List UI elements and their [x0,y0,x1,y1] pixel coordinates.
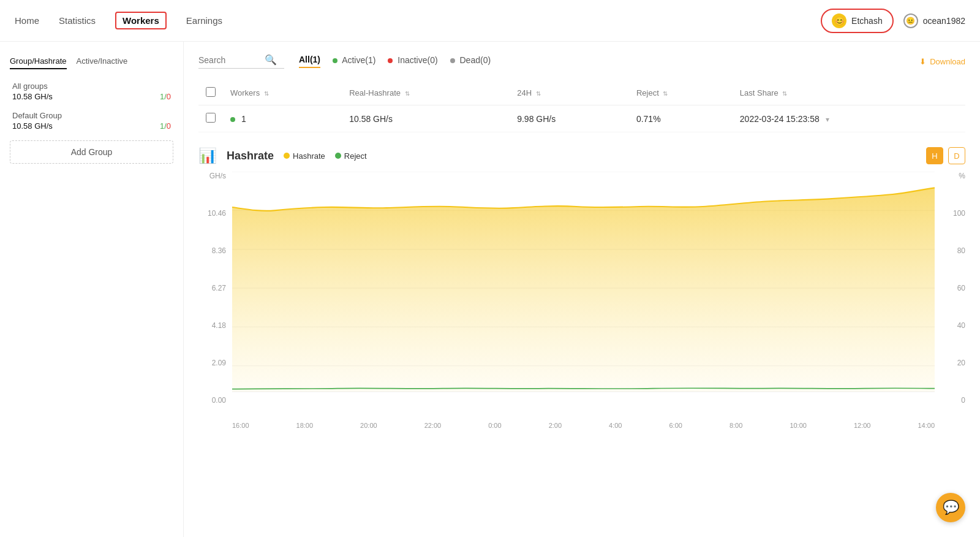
hashrate-legend-dot [284,153,290,159]
x-label-16: 16:00 [232,422,249,429]
x-label-6: 6:00 [669,422,682,429]
pool-icon: 😊 [832,13,846,28]
sidebar: Group/Hashrate Active/Inactive All group… [0,42,184,537]
search-icon: 🔍 [265,54,277,66]
user-menu[interactable]: 😐 ocean1982 [903,13,965,28]
sort-last-share-icon[interactable]: ⇅ [782,90,787,97]
y-label-0-00: 0.00 [198,396,226,405]
user-icon: 😐 [903,13,918,28]
legend-hashrate: Hashrate [284,151,325,161]
24h-cell: 9.98 GH/s [510,105,629,132]
period-day-button[interactable]: D [948,147,965,164]
active-dot [333,58,337,63]
pool-label: Etchash [851,16,883,26]
filter-tab-inactive[interactable]: Inactive(0) [388,55,437,67]
filter-tab-all[interactable]: All(1) [299,55,320,68]
chart-section: 📊 Hashrate Hashrate Reject H D [198,147,965,429]
group-default-ratio: 1/0 [160,121,171,131]
chart-wrapper: GH/s 10.46 8.36 6.27 4.18 2.09 0.00 % 10… [198,172,965,429]
x-label-22: 22:00 [424,422,442,429]
real-hashrate-cell: 10.58 GH/s [342,105,510,132]
select-all-checkbox[interactable] [206,87,216,97]
chart-title: Hashrate [227,150,274,162]
x-label-10: 10:00 [790,422,807,429]
chat-button[interactable]: 💬 [936,493,965,522]
nav-home[interactable]: Home [15,13,39,28]
sort-hashrate-icon[interactable]: ⇅ [405,90,410,97]
group-default[interactable]: Default Group 10.58 GH/s 1/0 [10,111,173,131]
main-layout: Group/Hashrate Active/Inactive All group… [0,42,980,537]
row-checkbox[interactable] [206,113,216,123]
pool-selector[interactable]: 😊 Etchash [821,9,894,33]
workers-table: Workers ⇅ Real-Hashrate ⇅ 24H ⇅ Reject ⇅ [198,81,965,132]
x-label-4: 4:00 [609,422,622,429]
nav-workers[interactable]: Workers [115,12,167,29]
user-label: ocean1982 [923,16,965,26]
row-expand-icon[interactable]: ▾ [826,115,829,124]
x-label-18: 18:00 [296,422,314,429]
y-unit-right: % [941,172,965,180]
worker-name-cell: 1 [223,105,342,132]
y-axis-left: GH/s 10.46 8.36 6.27 4.18 2.09 0.00 [198,172,229,405]
col-workers: Workers ⇅ [223,81,342,105]
y-label-4-18: 4.18 [198,321,226,330]
y-axis-right: % 100 80 60 40 20 0 [941,172,965,405]
last-share-cell: 2022-03-24 15:23:58 ▾ [733,105,965,132]
col-last-share: Last Share ⇅ [733,81,965,105]
nav-links: Home Statistics Workers Earnings [15,12,222,29]
y-label-2-09: 2.09 [198,359,226,367]
x-label-2: 2:00 [549,422,562,429]
x-label-20: 20:00 [360,422,377,429]
search-input[interactable] [198,55,260,65]
x-label-12: 12:00 [854,422,871,429]
nav-right: 😊 Etchash 😐 ocean1982 [821,9,965,33]
filter-bar: 🔍 All(1) Active(1) Inactive(0) Dead(0) [198,54,965,69]
sidebar-tab-group-hashrate[interactable]: Group/Hashrate [10,56,67,69]
reject-legend-dot [335,153,341,159]
sort-workers-icon[interactable]: ⇅ [264,90,269,97]
reject-cell: 0.71% [629,105,733,132]
sidebar-tabs: Group/Hashrate Active/Inactive [10,56,173,69]
chart-legend: Hashrate Reject [284,151,367,161]
download-icon: ⬇ [919,57,926,66]
x-axis-labels: 16:00 18:00 20:00 22:00 0:00 2:00 4:00 6… [232,422,935,429]
nav-earnings[interactable]: Earnings [186,13,222,28]
y-unit-left: GH/s [198,172,226,180]
y-label-8-36: 8.36 [198,246,226,255]
sidebar-tab-active-inactive[interactable]: Active/Inactive [77,56,128,69]
legend-reject: Reject [335,151,367,161]
col-24h: 24H ⇅ [510,81,629,105]
filter-tab-active[interactable]: Active(1) [333,55,375,67]
table-row: 1 10.58 GH/s 9.98 GH/s 0.71% 2022-03-24 … [198,105,965,132]
period-hour-button[interactable]: H [926,147,943,164]
sort-24h-icon[interactable]: ⇅ [536,90,541,97]
x-label-14: 14:00 [918,422,935,429]
nav-statistics[interactable]: Statistics [59,13,96,28]
chart-icon: 📊 [198,147,217,164]
chart-period-buttons: H D [926,147,965,164]
group-all-name: All groups [12,82,171,91]
col-reject: Reject ⇅ [629,81,733,105]
x-label-8: 8:00 [729,422,742,429]
hashrate-chart [232,172,935,405]
inactive-dot [388,58,393,63]
group-all-hashrate: 10.58 GH/s 1/0 [12,92,171,101]
add-group-button[interactable]: Add Group [10,140,173,164]
top-nav: Home Statistics Workers Earnings 😊 Etcha… [0,0,980,42]
online-indicator [230,117,235,122]
filter-tabs: All(1) Active(1) Inactive(0) Dead(0) [299,55,491,68]
table-header-row: Workers ⇅ Real-Hashrate ⇅ 24H ⇅ Reject ⇅ [198,81,965,105]
chart-header: 📊 Hashrate Hashrate Reject H D [198,147,965,164]
download-button[interactable]: ⬇ Download [919,57,965,66]
y-label-10-46: 10.46 [198,209,226,218]
y-label-6-27: 6.27 [198,284,226,292]
filter-tab-dead[interactable]: Dead(0) [450,55,491,67]
group-default-hashrate: 10.58 GH/s 1/0 [12,121,171,131]
col-real-hashrate: Real-Hashrate ⇅ [342,81,510,105]
x-label-0: 0:00 [488,422,501,429]
group-all-ratio: 1/0 [160,92,171,101]
main-content: 🔍 All(1) Active(1) Inactive(0) Dead(0) [184,42,980,537]
group-all[interactable]: All groups 10.58 GH/s 1/0 [10,82,173,101]
chart-svg-container [232,172,935,405]
sort-reject-icon[interactable]: ⇅ [663,90,668,97]
